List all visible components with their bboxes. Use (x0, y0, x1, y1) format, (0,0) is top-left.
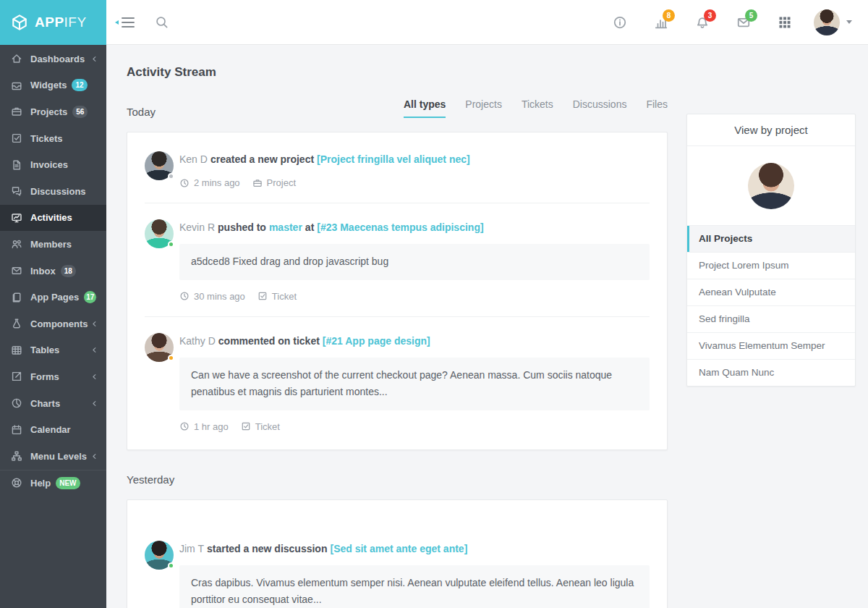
sidebar-item-label: Inbox (30, 266, 56, 276)
target-link[interactable]: [#21 App page design] (323, 335, 430, 347)
activity-content: Cras dapibus. Vivamus elementum semper n… (179, 565, 650, 608)
tab-projects[interactable]: Projects (465, 98, 502, 118)
mail-icon[interactable]: 5 (736, 15, 751, 30)
view-by-project-column: View by project All Projects Project Lor… (686, 65, 856, 608)
actor-link[interactable]: Kathy D (179, 335, 216, 347)
new-badge: NEW (56, 477, 80, 489)
inline-link[interactable]: master (269, 221, 302, 233)
activity-item: Kevin Rpushed tomasterat[#23 Maecenas te… (145, 203, 650, 316)
bar-chart-icon[interactable]: 8 (654, 15, 668, 30)
sidebar-item-label: Tables (30, 345, 59, 355)
view-by-project-panel: View by project All Projects Project Lor… (686, 114, 856, 387)
chevron-left-icon (96, 294, 98, 300)
target-link[interactable]: [Sed sit amet ante eget ante] (330, 543, 467, 554)
actor-link[interactable]: Ken D (179, 153, 208, 165)
project-list-item[interactable]: Nam Quam Nunc (687, 359, 855, 386)
sidebar-item-invoices[interactable]: Invoices (0, 151, 106, 178)
project-list-item[interactable]: Vivamus Elementum Semper (687, 332, 855, 359)
activity-content: a5dced8 Fixed drag and drop javascript b… (179, 244, 650, 280)
menu-levels-icon (11, 450, 22, 462)
inbox-icon (11, 265, 22, 276)
calendar-icon (11, 424, 22, 436)
main-content: Activity Stream Today All types Projects… (106, 45, 868, 608)
forms-icon (11, 371, 22, 382)
sidebar-item-projects[interactable]: Projects56 (0, 98, 106, 125)
chevron-left-icon (91, 373, 98, 380)
type-filter-tabs: All types Projects Tickets Discussions F… (404, 98, 668, 118)
actor-link[interactable]: Kevin R (179, 221, 215, 233)
sidebar-item-app-pages[interactable]: App Pages17 (0, 284, 106, 311)
tab-files[interactable]: Files (646, 98, 668, 118)
type-label: Ticket (272, 291, 297, 302)
clock-icon (179, 178, 190, 188)
tab-discussions[interactable]: Discussions (573, 98, 627, 118)
sidebar-item-label: Activities (30, 212, 72, 223)
invoice-icon (11, 159, 22, 171)
count-badge: 12 (72, 79, 87, 91)
sidebar-item-widgets[interactable]: Widgets12 (0, 72, 106, 99)
top-bar: 8 3 5 (106, 0, 868, 45)
sidebar-item-dashboards[interactable]: Dashboards (0, 46, 106, 72)
sidebar-item-label: Dashboards (30, 54, 85, 64)
cube-logo-icon (11, 14, 28, 31)
sidebar: APPIFY Dashboards Widgets12 Projects56 T… (0, 0, 106, 608)
type-label: Project (267, 177, 296, 188)
sidebar-item-label: App Pages (30, 292, 79, 303)
messages-badge: 5 (745, 9, 757, 22)
apps-grid-icon[interactable] (778, 15, 792, 30)
status-dot (168, 355, 174, 361)
today-activity-card: Ken Dcreated a new project[Project fring… (127, 132, 668, 450)
user-avatar[interactable] (814, 9, 840, 35)
tab-all-types[interactable]: All types (404, 98, 446, 118)
sidebar-item-label: Forms (30, 371, 59, 382)
sidebar-item-forms[interactable]: Forms (0, 363, 106, 390)
project-list-item[interactable]: Aenean Vulputate (687, 279, 855, 305)
sidebar-item-members[interactable]: Members (0, 231, 106, 258)
members-icon (11, 238, 22, 250)
menu-toggle-icon[interactable] (122, 17, 135, 28)
chevron-left-icon (91, 400, 98, 407)
yesterday-activity-card: Jim Tstarted a new discussion[Sed sit am… (127, 499, 668, 608)
project-owner-avatar[interactable] (748, 163, 794, 209)
app-logo[interactable]: APPIFY (0, 0, 106, 45)
sidebar-item-calendar[interactable]: Calendar (0, 416, 106, 443)
sidebar-item-menu-levels[interactable]: Menu Levels (0, 443, 106, 470)
clock-icon (179, 291, 190, 301)
status-dot (168, 173, 174, 180)
sidebar-item-components[interactable]: Components (0, 311, 106, 337)
section-label-today: Today (127, 106, 156, 118)
info-icon[interactable] (613, 15, 627, 30)
sidebar-item-discussions[interactable]: Discussions (0, 178, 106, 205)
sidebar-item-label: Tickets (30, 133, 63, 144)
sidebar-item-activities[interactable]: Activities (0, 205, 106, 232)
project-list: All Projects Project Lorem Ipsum Aenean … (687, 226, 855, 386)
project-list-item[interactable]: Project Lorem Ipsum (687, 252, 855, 279)
bell-icon[interactable]: 3 (695, 15, 710, 30)
stats-badge: 8 (663, 9, 675, 22)
user-menu[interactable] (814, 9, 852, 35)
sidebar-item-help[interactable]: HelpNEW (0, 470, 106, 497)
project-list-item[interactable]: Sed fringilla (687, 305, 855, 332)
sidebar-item-label: Help (30, 478, 51, 489)
briefcase-icon (252, 178, 263, 188)
actor-link[interactable]: Jim T (179, 543, 204, 554)
sidebar-item-tickets[interactable]: Tickets (0, 125, 106, 152)
caret-down-icon (846, 20, 852, 24)
activity-meta: 2 mins ago Project (179, 177, 650, 188)
target-link[interactable]: [Project fringilla vel aliquet nec] (317, 153, 470, 165)
sidebar-item-charts[interactable]: Charts (0, 390, 106, 417)
sidebar-item-tables[interactable]: Tables (0, 337, 106, 364)
project-list-item-all[interactable]: All Projects (687, 226, 855, 252)
clock-icon (179, 421, 190, 431)
sidebar-item-inbox[interactable]: Inbox18 (0, 258, 106, 284)
chevron-left-icon (91, 347, 98, 353)
tab-tickets[interactable]: Tickets (522, 98, 553, 118)
widgets-icon (11, 80, 22, 91)
search-icon[interactable] (155, 15, 169, 29)
section-label-yesterday: Yesterday (127, 473, 174, 486)
sidebar-item-label: Projects (30, 106, 67, 117)
ticket-icon (241, 421, 251, 431)
count-badge: 56 (72, 106, 88, 118)
target-link[interactable]: [#23 Maecenas tempus adipiscing] (317, 221, 483, 233)
sidebar-item-label: Members (30, 239, 72, 250)
